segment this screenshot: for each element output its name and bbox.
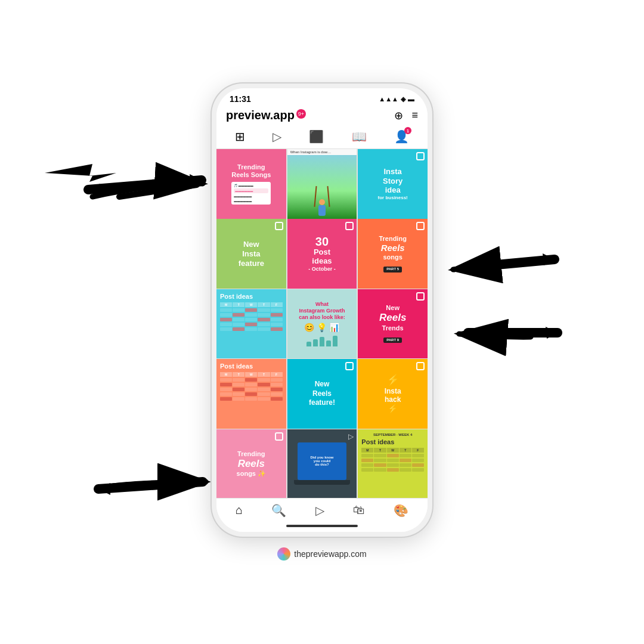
post-grid: Trending Reels Songs 🎵 ▬▬▬▬▬ ▬▬▬▬▬▬ ▬▬▬▬… [216,149,428,498]
grid-cell-insta-hack[interactable]: ⚡ Instahack ⚡ [358,359,428,429]
watermark: thepreviewapp.com [277,547,366,561]
grid-cell-new-insta-feature[interactable]: NewInstafeature [216,219,286,289]
grid-cell-story-idea[interactable]: InstaStoryidea for business! [358,149,428,219]
phone-frame: 11:31 ▲▲▲ ◈ ▬ preview.app9+ ⊕ ≡ [212,83,432,537]
grid-cell-post-ideas-olive[interactable]: SEPTEMBER · WEEK 4 Post ideas M T W T F [358,429,428,498]
tab-tv[interactable]: ⬛ [309,129,324,144]
grid-cell-trending-reels[interactable]: Trending Reels Songs 🎵 ▬▬▬▬▬ ▬▬▬▬▬▬ ▬▬▬▬… [216,149,286,219]
svg-marker-7 [98,483,110,495]
cell-checkbox[interactable] [345,362,354,370]
grid-cell-post-ideas-teal[interactable]: Post ideas M T W T F [216,289,286,359]
laptop-screen: Did you knowyou coulddo this? [298,442,346,480]
grid-cell-post-ideas-peach[interactable]: Post ideas M T W T F [216,359,286,429]
cell-text: Trending Reels Songs 🎵 ▬▬▬▬▬ ▬▬▬▬▬▬ ▬▬▬▬… [228,160,274,208]
status-time: 11:31 [230,94,251,104]
add-icon[interactable]: ⊕ [394,109,403,122]
cell-checkbox[interactable] [275,432,283,441]
menu-icon[interactable]: ≡ [411,109,418,122]
battery-icon: ▬ [408,95,414,103]
home-indicator [216,520,428,532]
cell-checkbox[interactable] [416,222,425,230]
notification-badge[interactable]: 9+ [296,109,306,119]
phone-mockup: 11:31 ▲▲▲ ◈ ▬ preview.app9+ ⊕ ≡ [212,83,432,537]
tab-bar[interactable]: ⊞ ▷ ⬛ 📖 👤1 [216,127,428,149]
nav-reels[interactable]: ▷ [315,503,324,518]
nav-shop[interactable]: 🛍 [353,503,365,518]
tab-book[interactable]: 📖 [352,129,367,144]
status-icons: ▲▲▲ ◈ ▬ [379,95,414,103]
grid-cell-trending-reels-pink[interactable]: Trending Reels songs ✨ [216,429,286,498]
cell-checkbox[interactable] [345,222,354,230]
grid-cell-new-reels-trends[interactable]: New Reels Trends PART 9 [358,289,428,359]
nav-search[interactable]: 🔍 [271,503,286,518]
app-title-area: preview.app9+ [226,109,306,122]
tab-reels[interactable]: ▷ [273,129,281,144]
svg-marker-8 [190,174,202,186]
play-icon: ▷ [348,432,354,441]
tab-grid[interactable]: ⊞ [235,129,245,144]
grid-cell-photo-person[interactable]: When Instagram is dow… [287,149,357,219]
cell-checkbox[interactable] [416,292,425,301]
cell-checkbox[interactable] [416,152,425,160]
signal-icon: ▲▲▲ [379,95,398,103]
watermark-text: thepreviewapp.com [294,549,366,559]
phone-inner: 11:31 ▲▲▲ ◈ ▬ preview.app9+ ⊕ ≡ [216,88,428,532]
svg-marker-5 [546,327,558,339]
svg-marker-4 [468,327,480,339]
wifi-icon: ◈ [401,95,405,103]
svg-marker-0 [185,179,197,188]
svg-marker-2 [471,261,483,273]
grid-cell-trending-reels-orange[interactable]: Trending Reels songs PART 5 [358,219,428,289]
bottom-nav[interactable]: ⌂ 🔍 ▷ 🛍 🎨 [216,498,428,520]
home-bar [286,525,358,527]
tab-profile[interactable]: 👤1 [394,129,409,144]
svg-marker-9 [88,184,100,196]
watermark-logo [277,547,290,561]
laptop-base [294,480,349,485]
header-icons: ⊕ ≡ [394,109,418,122]
grid-cell-instagram-growth[interactable]: WhatInstagram Growthcan also look like: … [287,289,357,359]
cell-checkbox[interactable] [275,222,283,230]
grid-cell-30-post-ideas[interactable]: 30 Postideas - October - [287,219,357,289]
svg-marker-6 [191,476,203,488]
nav-home[interactable]: ⌂ [236,503,243,518]
svg-marker-3 [543,253,555,265]
photo-label: When Instagram is dow… [287,149,357,155]
app-title: preview.app [226,109,295,122]
app-header: preview.app9+ ⊕ ≡ [216,106,428,127]
grid-cell-new-reels-feature[interactable]: NewReelsfeature! [287,359,357,429]
nav-palette[interactable]: 🎨 [394,503,408,518]
status-bar: 11:31 ▲▲▲ ◈ ▬ [216,88,428,106]
grid-cell-laptop-photo[interactable]: ▷ Did you knowyou coulddo this? [287,429,357,498]
cell-checkbox[interactable] [416,362,425,370]
